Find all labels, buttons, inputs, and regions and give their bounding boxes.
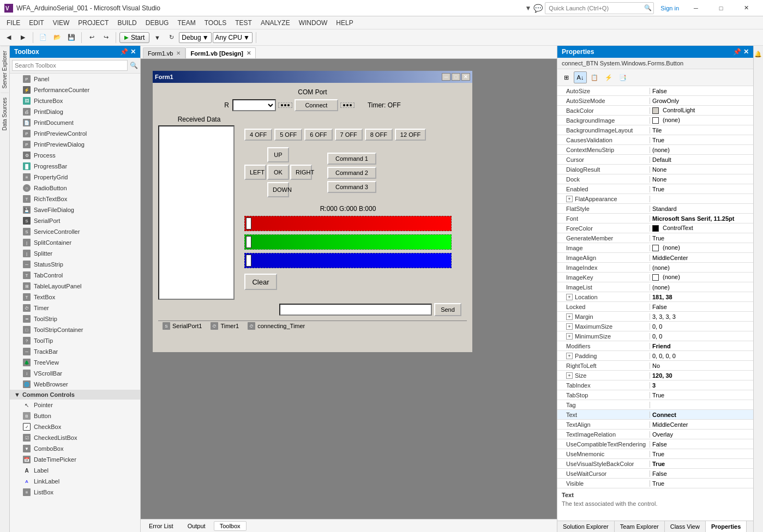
toolbox-item-statusstrip[interactable]: ─ StatusStrip xyxy=(10,259,140,270)
open-btn[interactable]: 📂 xyxy=(51,31,64,44)
btn-12off[interactable]: 12 OFF xyxy=(395,129,426,141)
toolbox-item-splitter[interactable]: | Splitter xyxy=(10,248,140,259)
btn-6off[interactable]: 6 OFF xyxy=(304,129,332,141)
refresh-btn[interactable]: ↻ xyxy=(165,31,178,44)
green-thumb[interactable] xyxy=(246,236,251,248)
solution-explorer-tab[interactable]: Solution Explorer xyxy=(557,521,615,532)
location-expand[interactable]: + xyxy=(566,294,573,300)
toolbox-item-combobox[interactable]: ▼ ComboBox xyxy=(10,443,140,454)
menu-item-debug[interactable]: DEBUG xyxy=(141,16,173,29)
toolbox-item-checkedlistbox[interactable]: ☑ CheckedListBox xyxy=(10,432,140,443)
notifications-tab[interactable]: 🔔 xyxy=(754,46,763,62)
minimize-btn[interactable]: ─ xyxy=(683,0,708,16)
toolbox-item-process[interactable]: ⚙ Process xyxy=(10,150,140,161)
toolbox-item-button[interactable]: B Button xyxy=(10,410,140,421)
tab-form1-design[interactable]: Form1.vb [Design] ✕ xyxy=(185,47,256,58)
toolbox-item-richtextbox[interactable]: T RichTextBox xyxy=(10,194,140,204)
quick-launch-input[interactable] xyxy=(545,2,654,14)
start-btn[interactable]: ▶ Start xyxy=(119,32,149,43)
padding-expand[interactable]: + xyxy=(566,353,573,359)
properties-tab[interactable]: Properties xyxy=(706,521,747,532)
toolbox-search-input[interactable] xyxy=(12,60,128,71)
btn-left[interactable]: LEFT xyxy=(244,165,266,180)
menu-item-analyze[interactable]: ANALYZE xyxy=(256,16,295,29)
margin-expand[interactable]: + xyxy=(566,313,573,320)
toolbox-item-listbox[interactable]: ≡ ListBox xyxy=(10,487,140,498)
toolbox-item-checkbox[interactable]: ✓ CheckBox xyxy=(10,421,140,432)
maximumsize-expand[interactable]: + xyxy=(566,323,573,330)
prop-events-btn[interactable]: ⚡ xyxy=(602,71,615,83)
undo-btn[interactable]: ↩ xyxy=(85,31,98,44)
back-btn[interactable]: ◀ xyxy=(2,31,15,44)
tab-form1-vb-close[interactable]: ✕ xyxy=(176,50,181,56)
menu-item-team[interactable]: TEAM xyxy=(173,16,200,29)
maximize-btn[interactable]: □ xyxy=(708,0,734,16)
menu-item-file[interactable]: FILE xyxy=(2,16,25,29)
toolbox-item-progressbar[interactable]: █ ProgressBar xyxy=(10,161,140,172)
blue-thumb[interactable] xyxy=(246,255,251,267)
menu-item-view[interactable]: VIEW xyxy=(49,16,74,29)
new-btn[interactable]: 📄 xyxy=(37,31,50,44)
btn-command2[interactable]: Command 2 xyxy=(327,167,376,179)
green-slider[interactable] xyxy=(244,234,452,250)
btn-4off[interactable]: 4 OFF xyxy=(244,129,272,141)
toolbox-item-tabcontrol[interactable]: T TabControl xyxy=(10,270,140,281)
prop-properties-btn[interactable]: 📋 xyxy=(588,71,601,83)
toolbox-item-printpreviewdialog[interactable]: P PrintPreviewDialog xyxy=(10,139,140,150)
toolbox-item-serialport[interactable]: S SerialPort xyxy=(10,215,140,226)
forward-btn[interactable]: ▶ xyxy=(16,31,29,44)
prop-close-icon[interactable]: ✕ xyxy=(743,48,749,56)
class-view-tab[interactable]: Class View xyxy=(665,521,706,532)
toolbox-item-tooltip[interactable]: ? ToolTip xyxy=(10,335,140,346)
minimumsize-expand[interactable]: + xyxy=(566,333,573,340)
size-expand[interactable]: + xyxy=(566,372,573,379)
prop-propertypages-btn[interactable]: 📑 xyxy=(616,71,629,83)
toolbox-item-splitcontainer[interactable]: | SplitContainer xyxy=(10,237,140,248)
toolbox-item-trackbar[interactable]: ─ TrackBar xyxy=(10,346,140,357)
redo-btn[interactable]: ↪ xyxy=(99,31,112,44)
toolbox-search-icon[interactable]: 🔍 xyxy=(130,62,138,69)
btn-5off[interactable]: 5 OFF xyxy=(274,129,302,141)
toolbox-item-timer[interactable]: ⏱ Timer xyxy=(10,303,140,313)
toolbox-item-datetimepicker[interactable]: 📅 DateTimePicker xyxy=(10,454,140,465)
toolbox-bottom-tab[interactable]: Toolbox xyxy=(214,521,247,531)
menu-item-help[interactable]: HELP xyxy=(332,16,357,29)
toolbox-item-treeview[interactable]: 🌲 TreeView xyxy=(10,357,140,368)
clear-btn[interactable]: Clear xyxy=(244,274,277,290)
cpu-dropdown[interactable]: Any CPU ▼ xyxy=(213,32,253,43)
toolbox-item-toolstripcontainer[interactable]: □ ToolStripContainer xyxy=(10,324,140,335)
menu-item-test[interactable]: TEST xyxy=(231,16,256,29)
start-dropdown[interactable]: ▼ xyxy=(151,31,164,44)
menu-item-tools[interactable]: TOOLS xyxy=(200,16,231,29)
prop-alphabetical-btn[interactable]: A↓ xyxy=(574,71,587,83)
menu-item-project[interactable]: PROJECT xyxy=(74,16,113,29)
toolbox-pin-icon[interactable]: 📌 xyxy=(120,48,128,56)
toolbox-item-linklabel[interactable]: A LinkLabel xyxy=(10,476,140,487)
toolbox-item-printpreviewcontrol[interactable]: P PrintPreviewControl xyxy=(10,128,140,139)
category-common-controls[interactable]: ▼ Common Controls xyxy=(10,390,140,400)
toolbox-item-vscrollbar[interactable]: ↕ VScrollBar xyxy=(10,368,140,379)
toolbox-item-toolstrip[interactable]: ━ ToolStrip xyxy=(10,313,140,324)
send-input[interactable] xyxy=(279,304,432,316)
toolbox-item-performancecounter[interactable]: ⚡ PerformanceCounter xyxy=(10,84,140,95)
toolbox-item-radiobutton[interactable]: ○ RadioButton xyxy=(10,183,140,194)
sign-in-link[interactable]: Sign in xyxy=(660,5,679,11)
form-maximize-btn[interactable]: □ xyxy=(452,73,460,81)
red-slider[interactable] xyxy=(244,216,452,231)
toolbox-item-webbrowser[interactable]: 🌐 WebBrowser xyxy=(10,379,140,390)
blue-slider[interactable] xyxy=(244,253,452,268)
toolbox-item-textbox[interactable]: T TextBox xyxy=(10,292,140,303)
toolbox-item-tablelayoutpanel[interactable]: ⊞ TableLayoutPanel xyxy=(10,281,140,292)
team-explorer-tab[interactable]: Team Explorer xyxy=(615,521,665,532)
toolbox-close-icon[interactable]: ✕ xyxy=(130,48,136,56)
debug-dropdown[interactable]: Debug ▼ xyxy=(179,32,211,43)
close-btn[interactable]: ✕ xyxy=(734,0,759,16)
btn-7off[interactable]: 7 OFF xyxy=(335,129,363,141)
flatappearance-expand[interactable]: + xyxy=(566,196,573,202)
btn-8off[interactable]: 8 OFF xyxy=(365,129,393,141)
tab-form1-design-close[interactable]: ✕ xyxy=(247,50,251,56)
error-list-tab[interactable]: Error List xyxy=(143,521,179,531)
btn-down[interactable]: DOWN xyxy=(267,182,289,197)
btn-command1[interactable]: Command 1 xyxy=(327,153,376,165)
send-btn[interactable]: Send xyxy=(434,303,461,316)
